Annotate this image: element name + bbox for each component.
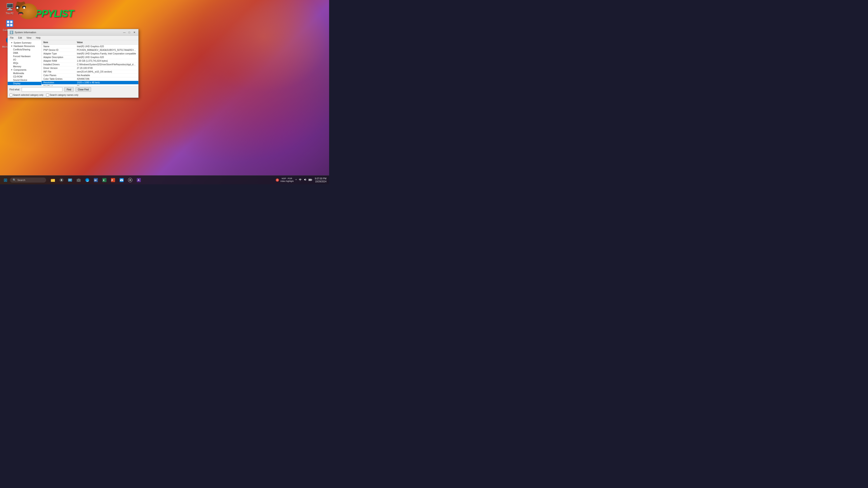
table-row[interactable]: Installed DriversC:\Windows\System32\Dri… [41, 63, 138, 66]
svg-text:P: P [112, 179, 113, 182]
table-cell-value: 27.20.100.9749 [75, 66, 138, 70]
tree-label-forced-hardware: Forced Hardware [13, 55, 31, 58]
taskbar-app-excel[interactable]: X [100, 176, 108, 184]
taskbar-app-file-explorer[interactable] [49, 176, 57, 184]
tree-item-display[interactable]: Display [8, 82, 41, 85]
tree-label-multimedia: Multimedia [13, 72, 24, 74]
taskbar-app-word[interactable]: W [92, 176, 100, 184]
menu-help[interactable]: Help [35, 36, 42, 39]
taskbar-app-extra[interactable]: A [135, 176, 143, 184]
taskbar-app-edge[interactable] [83, 176, 91, 184]
tree-label-irqs: IRQs [13, 62, 18, 64]
tree-label-system-summary: System Summary [13, 41, 31, 44]
find-checkboxes: Search selected category only Search cat… [9, 94, 79, 96]
maximize-button[interactable]: □ [127, 30, 131, 34]
taskbar-app-settings[interactable] [126, 176, 134, 184]
tree-item-memory[interactable]: Memory [8, 65, 41, 68]
checkbox-search-names-label[interactable]: Search category names only [46, 94, 79, 96]
checkbox-search-names-text: Search category names only [50, 94, 79, 96]
expand-icon-components: ▼ [11, 69, 13, 71]
table-row[interactable]: NameIntel(R) UHD Graphics 620 [41, 45, 138, 48]
find-input[interactable] [22, 87, 62, 92]
tree-item-hardware-resources[interactable]: ▼ Hardware Resources [8, 44, 41, 48]
close-button[interactable]: ✕ [132, 30, 136, 34]
tray-icons-group: ^ [295, 177, 313, 182]
taskbar-app-powerpoint[interactable]: P [109, 176, 117, 184]
minimize-button[interactable]: — [122, 30, 127, 34]
svg-rect-18 [78, 178, 80, 179]
taskbar-app-media[interactable] [57, 176, 66, 184]
checkbox-search-names[interactable] [46, 94, 49, 96]
close-find-button[interactable]: Close Find [75, 87, 91, 92]
tray-expand-icon[interactable]: ^ [295, 178, 297, 182]
table-cell-item: Driver Version [41, 66, 75, 70]
volume-icon[interactable] [303, 177, 307, 182]
menu-file[interactable]: File [8, 36, 15, 39]
desktop-icon-this-pc[interactable]: 🖥️ This PC [2, 2, 18, 15]
taskbar-app-explorer2[interactable] [66, 176, 74, 184]
tree-item-multimedia[interactable]: Multimedia [8, 72, 41, 75]
tree-item-system-summary[interactable]: ▼ System Summary [8, 41, 41, 44]
windows-logo-icon: ⊞ [4, 177, 7, 183]
tree-label-components: Components [13, 69, 26, 71]
table-row[interactable]: Color Table Entries4294967296 [41, 77, 138, 81]
table-cell-value: C:\Windows\System32\DriverStore\FileRepo… [75, 63, 138, 66]
table-row[interactable]: Resolution1920 x 1080 x 48 hertz [41, 81, 138, 85]
tree-item-cd-rom[interactable]: CD-ROM [8, 75, 41, 78]
table-cell-value: 4294967296 [75, 77, 138, 81]
tree-label-conflicts: Conflicts/Sharing [13, 48, 30, 51]
taskbar-search[interactable]: 🔍 Search [10, 177, 46, 183]
find-button[interactable]: Find [64, 87, 73, 92]
menu-edit[interactable]: Edit [17, 36, 23, 39]
tray-clock[interactable]: 9:07:00 PM 10/28/2024 [314, 177, 327, 184]
tree-item-forced-hardware[interactable]: Forced Hardware [8, 55, 41, 58]
table-row[interactable]: Color PlanesNot Available [41, 74, 138, 77]
tree-item-io[interactable]: I/O [8, 58, 41, 61]
find-bar: Find what: Find Close Find Search select… [8, 86, 138, 98]
table-row[interactable]: Adapter TypeIntel(R) UHD Graphics Family… [41, 52, 138, 56]
tree-item-conflicts[interactable]: Conflicts/Sharing [8, 48, 41, 51]
start-button[interactable]: ⊞ [2, 176, 9, 184]
checkbox-search-selected-label[interactable]: Search selected category only [9, 94, 43, 96]
wifi-icon[interactable] [298, 177, 302, 182]
expand-icon-system-summary: ▼ [11, 42, 13, 44]
table-row[interactable]: INF Fileoem20.inf (iWHL_w10_DS section) [41, 70, 138, 74]
taskbar: ⊞ 🔍 Search [0, 175, 329, 184]
nop-label: NOP · POR [280, 177, 293, 180]
table-cell-item: Color Table Entries [41, 77, 75, 81]
table-row[interactable]: Adapter DescriptionIntel(R) UHD Graphics… [41, 56, 138, 59]
tree-label-hardware-resources: Hardware Resources [13, 45, 35, 47]
taskbar-search-text: Search [18, 179, 25, 182]
table-row[interactable]: PNP Device IDPCI\VEN_8086&DEV_3EA0&SUBSY… [41, 48, 138, 52]
table-cell-item: Name [41, 45, 75, 48]
menubar: File Edit View Help [8, 36, 138, 40]
expand-icon-hardware: ▼ [11, 45, 13, 47]
search-icon: 🔍 [13, 178, 16, 182]
taskbar-app-outlook[interactable] [118, 176, 126, 184]
taskbar-app-camera[interactable] [74, 176, 83, 184]
tree-panel[interactable]: ▼ System Summary ▼ Hardware Resources Co… [8, 40, 41, 86]
table-cell-value: Intel(R) UHD Graphics 620 [75, 56, 138, 59]
tree-item-components[interactable]: ▼ Components [8, 68, 41, 72]
table-cell-item: Installed Drivers [41, 63, 75, 66]
battery-icon[interactable] [308, 178, 313, 182]
table-cell-item: Adapter RAM [41, 59, 75, 63]
checkbox-search-selected[interactable] [9, 94, 12, 96]
table-cell-item: Color Planes [41, 74, 75, 77]
svg-text:X: X [103, 179, 105, 182]
tray-notification-badge[interactable]: 1 [276, 178, 279, 182]
table-row[interactable]: Adapter RAM1.00 GB (1,073,741,824 bytes) [41, 59, 138, 63]
window-titlebar: ℹ️ System Information — □ ✕ [8, 29, 138, 36]
svg-rect-13 [68, 180, 71, 180]
menu-view[interactable]: View [25, 36, 33, 39]
svg-rect-7 [51, 180, 55, 182]
col-header-value: Value [75, 40, 138, 45]
tree-item-dma[interactable]: DMA [8, 51, 41, 55]
tree-item-sound-device[interactable]: Sound Device [8, 78, 41, 82]
tree-item-irqs[interactable]: IRQs [8, 61, 41, 65]
table-cell-value: Intel(R) UHD Graphics Family, Intel Corp… [75, 52, 138, 56]
table-row[interactable]: Driver Version27.20.100.9749 [41, 66, 138, 70]
svg-rect-1 [7, 21, 9, 23]
svg-rect-4 [10, 24, 12, 26]
window-main-content: ▼ System Summary ▼ Hardware Resources Co… [8, 40, 138, 86]
